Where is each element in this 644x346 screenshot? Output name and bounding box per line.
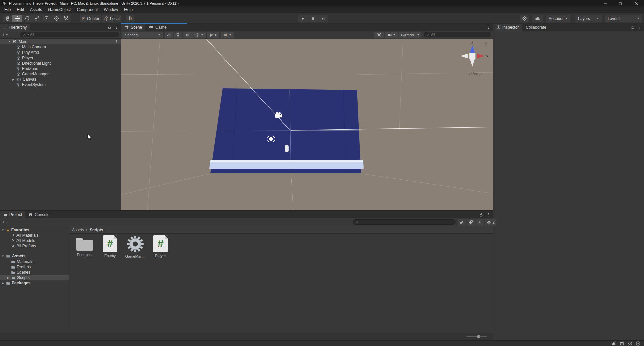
play-button[interactable] — [298, 15, 308, 22]
scene-lighting-toggle[interactable] — [174, 32, 182, 38]
breadcrumb-root[interactable]: Assets — [72, 228, 84, 232]
tree-all-prefabs[interactable]: All Prefabs — [0, 243, 69, 249]
asset-item-player-script[interactable]: # Player — [148, 235, 173, 258]
2d-mode-toggle[interactable]: 2D — [165, 32, 173, 38]
expander-closed-icon[interactable]: ▶ — [1, 282, 5, 285]
account-dropdown[interactable]: Account▼ — [546, 15, 570, 22]
create-asset-button[interactable]: +▼ — [2, 219, 9, 225]
add-gameobject-button[interactable]: +▼ — [2, 32, 9, 37]
cloud-services-button[interactable] — [532, 15, 543, 22]
scene-tools-button[interactable] — [374, 32, 384, 38]
breadcrumb-current[interactable]: Scripts — [90, 228, 103, 232]
kebab-menu-icon[interactable] — [486, 213, 491, 217]
layout-dropdown[interactable]: Layout▼ — [605, 15, 642, 22]
menu-assets[interactable]: Assets — [27, 6, 45, 13]
asset-item-gamemanager-script[interactable]: GameMan... — [123, 235, 147, 258]
gizmos-dropdown[interactable]: Gizmos▼ — [399, 32, 421, 38]
tree-all-models[interactable]: All Models — [0, 238, 69, 243]
hierarchy-item-gamemanager[interactable]: GameManager — [0, 71, 121, 77]
kebab-menu-icon[interactable] — [114, 25, 119, 29]
transform-tool-button[interactable] — [51, 15, 61, 22]
menu-help[interactable]: Help — [121, 6, 136, 13]
scene-search-input[interactable] — [431, 33, 488, 37]
scene-viewport[interactable]: z x ‹ Persp — [121, 39, 493, 210]
search-by-type-button[interactable] — [458, 219, 466, 226]
scene-effects-dropdown[interactable]: ▼ — [192, 32, 206, 38]
projection-mode-label[interactable]: ‹ Persp — [469, 71, 482, 76]
thumbnail-zoom-slider[interactable] — [466, 336, 487, 337]
gizmo-lock-icon[interactable] — [484, 42, 488, 46]
tab-collaborate[interactable]: Collaborate — [522, 24, 549, 31]
debugger-disabled-icon[interactable] — [611, 341, 616, 346]
expander-closed-icon[interactable]: ▶ — [11, 78, 15, 81]
lock-icon[interactable] — [107, 25, 112, 29]
menu-gameobject[interactable]: GameObject — [45, 6, 74, 13]
kebab-menu-icon[interactable] — [115, 40, 119, 44]
tree-favorites[interactable]: ▼ ★ Favorites — [0, 227, 69, 233]
hierarchy-item-endzone[interactable]: EndZone — [0, 66, 121, 71]
tab-scene[interactable]: Scene — [121, 24, 145, 31]
hierarchy-item-eventsystem[interactable]: EventSystem — [0, 82, 121, 88]
favorites-star-button[interactable]: ★ — [476, 219, 484, 226]
expander-open-icon[interactable]: ▼ — [1, 255, 5, 258]
hierarchy-item-canvas[interactable]: ▶Canvas — [0, 77, 121, 82]
project-search-input[interactable] — [360, 220, 453, 224]
tab-inspector[interactable]: Inspector — [493, 24, 522, 31]
scene-audio-toggle[interactable] — [183, 32, 192, 38]
auto-refresh-disabled-icon[interactable] — [628, 341, 633, 346]
expander-closed-icon[interactable]: ▶ — [6, 276, 10, 279]
tree-folder-prefabs[interactable]: Prefabs — [0, 264, 69, 270]
lock-icon[interactable] — [479, 213, 484, 217]
hand-tool-button[interactable] — [3, 15, 12, 22]
rect-tool-button[interactable] — [42, 15, 51, 22]
tab-project[interactable]: Project — [0, 211, 25, 218]
close-button[interactable] — [629, 0, 644, 6]
kebab-menu-icon[interactable] — [638, 25, 642, 29]
orientation-mode-button[interactable]: Local — [102, 15, 122, 22]
tab-game[interactable]: Game — [145, 24, 170, 31]
menu-edit[interactable]: Edit — [14, 6, 27, 13]
hierarchy-item-play-area[interactable]: Play Area — [0, 50, 121, 55]
step-button[interactable] — [318, 15, 328, 22]
hierarchy-item-player[interactable]: Player — [0, 55, 121, 61]
menu-window[interactable]: Window — [101, 6, 121, 13]
asset-item-enemy-script[interactable]: # Enemy — [98, 235, 122, 258]
lock-icon[interactable] — [631, 25, 635, 29]
tree-packages[interactable]: ▶Packages — [0, 280, 69, 286]
grid-visibility-dropdown[interactable]: ▼ — [221, 32, 234, 38]
pause-button[interactable] — [308, 15, 318, 22]
tree-all-materials[interactable]: All Materials — [0, 233, 69, 238]
tree-assets-root[interactable]: ▼ Assets — [0, 253, 69, 259]
move-tool-button[interactable] — [12, 15, 22, 22]
hierarchy-search-input[interactable] — [30, 33, 117, 37]
grid-snapping-button[interactable] — [126, 15, 134, 22]
shading-mode-dropdown[interactable]: Shaded▼ — [122, 32, 163, 38]
tab-console[interactable]: Console — [25, 211, 53, 218]
minimize-button[interactable] — [598, 0, 613, 6]
pivot-mode-button[interactable]: Center — [80, 15, 101, 22]
menu-component[interactable]: Component — [74, 6, 101, 13]
tab-hierarchy[interactable]: Hierarchy — [0, 24, 30, 31]
progress-complete-icon[interactable] — [636, 341, 641, 346]
restore-button[interactable] — [613, 0, 629, 6]
hierarchy-item-directional-light[interactable]: Directional Light — [0, 61, 121, 66]
tree-folder-scenes[interactable]: Scenes — [0, 270, 69, 275]
custom-tool-button[interactable] — [61, 15, 71, 22]
scale-tool-button[interactable] — [32, 15, 41, 22]
scene-camera-dropdown[interactable]: ▼ — [385, 32, 398, 38]
rotate-tool-button[interactable] — [22, 15, 32, 22]
hierarchy-scene-row[interactable]: ▼ Main — [0, 39, 121, 44]
progress-activity-button[interactable] — [520, 15, 529, 22]
layers-dropdown[interactable]: Layers▼ — [575, 15, 602, 22]
hierarchy-item-main-camera[interactable]: Main Camera — [0, 44, 121, 50]
expander-open-icon[interactable]: ▼ — [1, 229, 5, 232]
search-by-label-button[interactable] — [467, 219, 475, 226]
menu-file[interactable]: File — [1, 6, 14, 13]
hidden-packages-toggle[interactable]: 2 — [485, 219, 496, 226]
tree-folder-materials[interactable]: Materials — [0, 259, 69, 264]
kebab-menu-icon[interactable] — [486, 25, 491, 29]
expander-open-icon[interactable]: ▼ — [7, 40, 11, 43]
asset-item-enemies-folder[interactable]: Enemies — [72, 236, 96, 257]
cache-server-disabled-icon[interactable] — [619, 341, 624, 346]
slider-handle[interactable] — [477, 335, 480, 338]
